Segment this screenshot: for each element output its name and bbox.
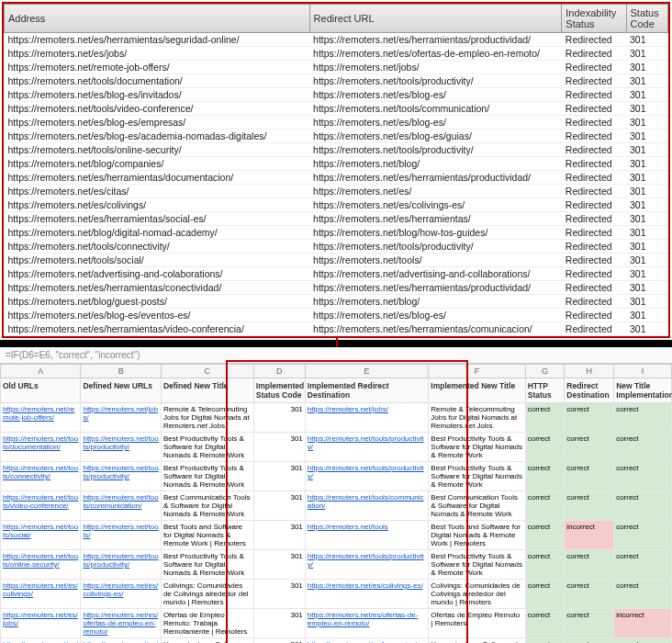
- sheet-cell[interactable]: https://remoters.net/tools/: [81, 521, 161, 550]
- table-row[interactable]: https://remoters.net/es/herramientas/con…: [5, 281, 668, 295]
- url-link[interactable]: https://remoters.net/es/ofertas-de-emple…: [308, 611, 419, 627]
- sheet-header-7[interactable]: Redirect Destination: [565, 378, 614, 403]
- sheet-cell[interactable]: Best Productivity Tools & Software for D…: [161, 462, 253, 491]
- sheet-cell[interactable]: Best Communication Tools & Software for …: [161, 491, 253, 521]
- url-link[interactable]: https://remoters.net/tools/documentation…: [3, 434, 78, 451]
- sheet-cell[interactable]: https://remoters.net/es/herramientas/pro…: [305, 638, 429, 644]
- table-row[interactable]: https://remoters.net/advertising-and-col…: [5, 267, 668, 281]
- sheet-cell[interactable]: Herramientas y Software de Productividad…: [161, 638, 253, 644]
- url-link[interactable]: https://remoters.net/remote-job-offers/: [3, 405, 74, 422]
- sheet-cell[interactable]: correct: [614, 638, 672, 644]
- sheet-row[interactable]: https://remoters.net/es/colivings/https:…: [1, 580, 672, 609]
- sheet-cell[interactable]: correct: [614, 433, 672, 462]
- url-link[interactable]: https://remoters.net/tools/connectivity/: [3, 464, 78, 480]
- sheet-cell[interactable]: https://remoters.net/es/colivings-es/: [81, 580, 161, 609]
- sheet-cell[interactable]: 301: [253, 462, 305, 491]
- sheet-cell[interactable]: Best Communication Tools & Software for …: [429, 491, 525, 521]
- table-row[interactable]: https://remoters.net/es/herramientas/seg…: [5, 33, 668, 47]
- url-link[interactable]: https://remoters.net/es/colivings-es/: [83, 581, 158, 598]
- sheet-cell[interactable]: correct: [614, 580, 672, 609]
- table-row[interactable]: https://remoters.net/es/colivings/https:…: [5, 198, 668, 212]
- sheet-cell[interactable]: https://remoters.net/tools: [305, 521, 429, 550]
- url-link[interactable]: https://remoters.net/tools/communication…: [308, 493, 424, 510]
- sheet-cell[interactable]: https://remoters.net/es/ofertas-de-emple…: [305, 609, 429, 638]
- sheet-row[interactable]: https://remoters.net/es/herramientas/doc…: [1, 638, 672, 644]
- sheet-cell[interactable]: Ofertas de Empleo Remoto: Trabaja Remota…: [161, 609, 253, 638]
- sheet-cell[interactable]: https://remoters.net/es/colivings-es/: [305, 580, 429, 609]
- sheet-cell[interactable]: correct: [525, 550, 565, 580]
- sheet-header-4[interactable]: Implemented Redirect Destination: [305, 378, 429, 403]
- url-link[interactable]: https://remoters.net/es/colivings/: [3, 581, 78, 598]
- table-row[interactable]: https://remoters.net/tools/online-securi…: [5, 143, 668, 157]
- sheet-cell[interactable]: Best Productivity Tools & Software for D…: [161, 550, 253, 580]
- sheet-cell[interactable]: correct: [525, 462, 565, 491]
- sheet-cell[interactable]: correct: [565, 491, 614, 521]
- sheet-header-8[interactable]: New Title Implementation: [614, 378, 672, 403]
- sheet-row[interactable]: https://remoters.net/es/jobs/https://rem…: [1, 609, 672, 638]
- sheet-header-2[interactable]: Defined New Title: [161, 378, 253, 403]
- sheet-cell[interactable]: https://remoters.net/jobs/: [305, 403, 429, 433]
- sheet-cell[interactable]: https://remoters.net/tools/social/: [1, 521, 81, 550]
- url-link[interactable]: https://remoters.net/tools/productivity/: [83, 552, 158, 569]
- sheet-cell[interactable]: correct: [525, 491, 565, 521]
- sheet-cell[interactable]: 301: [253, 580, 305, 609]
- sheet-cell[interactable]: correct: [614, 550, 672, 580]
- sheet-cell[interactable]: correct: [525, 609, 565, 638]
- sheet-cell[interactable]: Remote & Telecommuting Jobs for Digital …: [161, 403, 253, 433]
- sheet-cell[interactable]: https://remoters.net/jobs/: [81, 403, 161, 433]
- table-row[interactable]: https://remoters.net/es/blog-es/academia…: [5, 130, 668, 143]
- table-row[interactable]: https://remoters.net/tools/connectivity/…: [5, 240, 668, 254]
- sheet-cell[interactable]: https://remoters.net/tools/productivity/: [81, 433, 161, 462]
- sheet-cell[interactable]: Best Tools and Software for Digital Noma…: [161, 521, 253, 550]
- url-link[interactable]: https://remoters.net/jobs/: [308, 405, 388, 413]
- table-row[interactable]: https://remoters.net/tools/social/https:…: [5, 254, 668, 267]
- sheet-cell[interactable]: correct: [565, 638, 614, 644]
- sheet-cell[interactable]: https://remoters.net/tools/productivity/: [305, 433, 429, 462]
- top-header-3[interactable]: Status Code: [626, 5, 667, 33]
- sheet-cell[interactable]: correct: [565, 580, 614, 609]
- url-link[interactable]: https://remoters.net/tools/productivity/: [308, 552, 424, 569]
- sheet-row[interactable]: https://remoters.net/tools/documentation…: [1, 433, 672, 462]
- sheet-cell[interactable]: https://remoters.net/tools/documentation…: [1, 433, 81, 462]
- sheet-cell[interactable]: https://remoters.net/tools/productivity/: [305, 550, 429, 580]
- sheet-cell[interactable]: Best Tools and Software for Digital Noma…: [429, 521, 525, 550]
- url-link[interactable]: https://remoters.net/tools/productivity/: [83, 464, 158, 480]
- sheet-cell[interactable]: https://remoters.net/tools/online-securi…: [1, 550, 81, 580]
- sheet-cell[interactable]: https://remoters.net/es/colivings/: [1, 580, 81, 609]
- sheet-cell[interactable]: 301: [253, 433, 305, 462]
- url-link[interactable]: https://remoters.net/es/ofertas-de-emple…: [83, 611, 158, 636]
- sheet-cell[interactable]: Ofertas de Empleo Remoto | Remoters: [429, 609, 525, 638]
- sheet-cell[interactable]: 301: [253, 609, 305, 638]
- sheet-cell[interactable]: https://remoters.net/es/jobs/: [1, 609, 81, 638]
- sheet-header-3[interactable]: Implemented Status Code: [253, 378, 305, 403]
- formula-bar[interactable]: =IF(D6=E6, "correct", "incorrect"): [0, 347, 672, 364]
- sheet-cell[interactable]: Best Productivity Tools & Software for D…: [429, 550, 525, 580]
- url-link[interactable]: https://remoters.net/jobs/: [83, 405, 158, 422]
- sheet-cell[interactable]: correct: [614, 403, 672, 433]
- table-row[interactable]: https://remoters.net/es/citas/https://re…: [5, 185, 668, 198]
- sheet-cell[interactable]: 301: [253, 638, 305, 644]
- sheet-cell[interactable]: correct: [614, 521, 672, 550]
- sheet-cell[interactable]: https://remoters.net/es/herramientas/pro…: [81, 638, 161, 644]
- sheet-row[interactable]: https://remoters.net/remote-job-offers/h…: [1, 403, 672, 433]
- sheet-cell[interactable]: https://remoters.net/tools/productivity/: [305, 462, 429, 491]
- sheet-cell[interactable]: incorrect: [565, 521, 614, 550]
- sheet-cell[interactable]: Remote & Telecommuting Jobs for Digital …: [429, 403, 525, 433]
- url-link[interactable]: https://remoters.net/tools/online-securi…: [3, 552, 78, 569]
- col-letter-H[interactable]: H: [565, 365, 614, 378]
- url-link[interactable]: https://remoters.net/es/colivings-es/: [308, 581, 423, 590]
- col-letter-C[interactable]: C: [161, 365, 253, 378]
- table-row[interactable]: https://remoters.net/remote-job-offers/h…: [5, 61, 668, 74]
- col-letter-G[interactable]: G: [525, 365, 565, 378]
- sheet-cell[interactable]: correct: [525, 638, 565, 644]
- sheet-cell[interactable]: 301: [253, 521, 305, 550]
- col-letter-F[interactable]: F: [429, 365, 525, 378]
- url-link[interactable]: https://remoters.net/tools/video-confere…: [3, 493, 78, 510]
- sheet-cell[interactable]: Colivings: Comunidades de Colivings alre…: [429, 580, 525, 609]
- sheet-cell[interactable]: Herramientas y Software de Productividad…: [429, 638, 525, 644]
- sheet-cell[interactable]: correct: [525, 580, 565, 609]
- sheet-cell[interactable]: correct: [614, 491, 672, 521]
- sheet-cell[interactable]: 301: [253, 550, 305, 580]
- sheet-header-1[interactable]: Defined New URLs: [81, 378, 161, 403]
- sheet-cell[interactable]: correct: [525, 433, 565, 462]
